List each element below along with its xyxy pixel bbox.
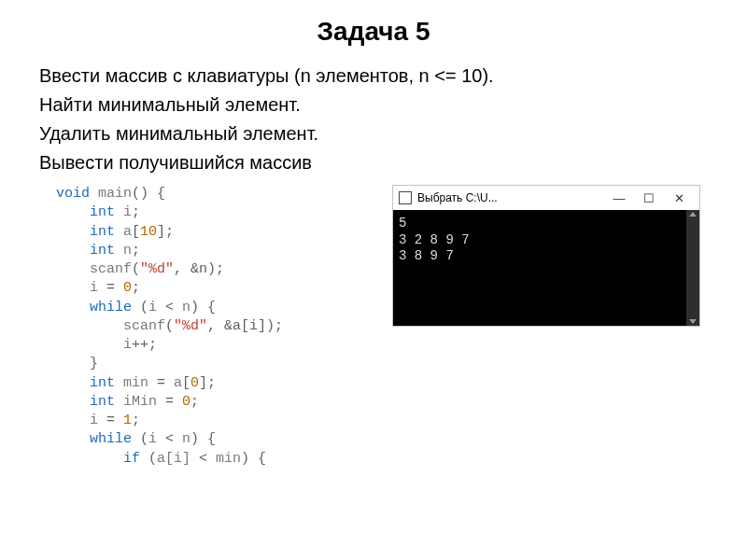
code-line: scanf("%d", &a[i]); [56,317,374,336]
console-line: 5 [399,216,406,231]
code-line: int i; [56,203,374,222]
desc-line-2: Найти минимальный элемент. [39,92,719,118]
console-line: 3 2 8 9 7 [399,232,470,247]
close-button[interactable]: ✕ [664,188,694,208]
code-line: int iMin = 0; [56,393,374,412]
scroll-up-icon[interactable] [689,212,697,217]
code-line: while (i < n) { [56,299,374,317]
code-line: while (i < n) { [56,430,374,449]
code-line: } [56,355,374,373]
minimize-button[interactable]: — [604,188,634,208]
console-titlebar[interactable]: Выбрать C:\U... — ☐ ✕ [393,186,699,210]
console-line: 3 8 9 7 [399,248,454,263]
code-line: int n; [56,242,374,260]
page-title: Задача 5 [28,17,719,47]
desc-line-3: Удалить минимальный элемент. [39,121,719,147]
scrollbar[interactable] [686,210,699,326]
console-window: Выбрать C:\U... — ☐ ✕ 5 3 2 8 9 7 3 8 9 … [392,185,700,327]
code-line: i++; [56,336,374,355]
code-line: void main() { [56,185,374,203]
code-line: int min = a[0]; [56,374,374,393]
app-icon [399,191,412,204]
desc-line-4: Вывести получившийся массив [39,150,719,175]
code-line: i = 1; [56,412,374,430]
code-line: scanf("%d", &n); [56,260,374,279]
code-line: i = 0; [56,279,374,298]
code-editor: void main() { int i; int a[10]; int n; s… [28,185,374,469]
console-title: Выбрать C:\U... [417,191,498,204]
console-output: 5 3 2 8 9 7 3 8 9 7 [393,210,699,326]
desc-line-1: Ввести массив с клавиатуры (n элементов,… [39,63,719,89]
code-line: int a[10]; [56,223,374,242]
maximize-button[interactable]: ☐ [634,188,664,208]
code-line: if (a[i] < min) { [56,450,374,469]
scroll-down-icon[interactable] [689,319,697,324]
